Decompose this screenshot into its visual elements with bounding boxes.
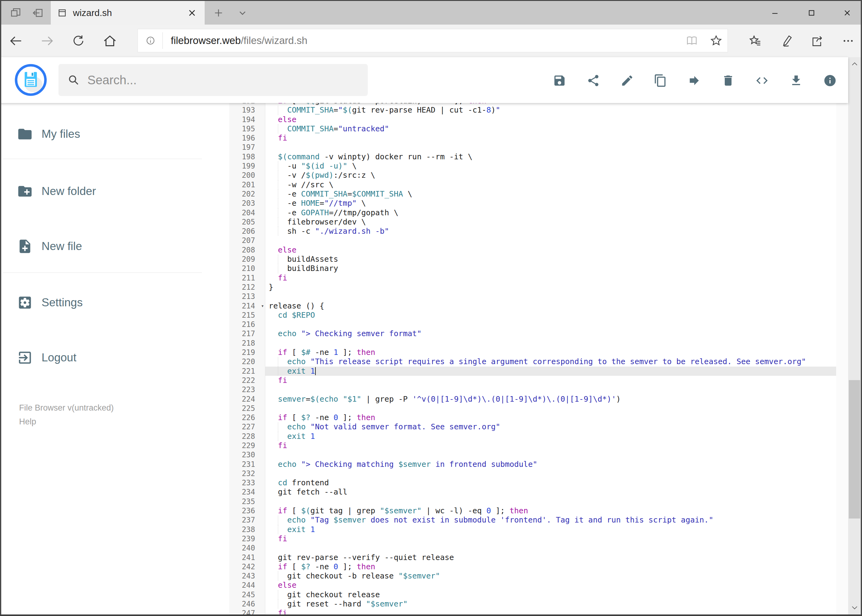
code-text[interactable]: else xyxy=(265,115,836,124)
web-note-button[interactable] xyxy=(776,25,797,57)
code-line[interactable]: 244 else xyxy=(229,581,836,590)
code-text[interactable]: exit 1 xyxy=(265,432,836,441)
code-line[interactable]: 223 xyxy=(229,385,836,394)
code-text[interactable]: echo "> Checking semver format" xyxy=(265,329,836,338)
code-line[interactable]: 221 exit 1 xyxy=(229,366,836,376)
code-line[interactable]: 220 echo "This release script requires a… xyxy=(229,357,836,366)
code-line[interactable]: 218 xyxy=(229,339,836,348)
line-number[interactable]: 223 xyxy=(229,385,265,394)
reading-view-icon[interactable] xyxy=(685,34,698,47)
line-number[interactable]: 242 xyxy=(229,562,265,571)
tab-menu-button[interactable] xyxy=(233,1,252,25)
line-number[interactable]: 212 xyxy=(229,283,265,292)
line-number[interactable]: 240 xyxy=(229,544,265,553)
line-number[interactable]: 215 xyxy=(229,311,265,320)
code-line[interactable]: 247 fi xyxy=(229,609,836,614)
code-line[interactable]: 224 semver=$(echo "$1" | grep -P '^v(0|[… xyxy=(229,394,836,404)
back-button[interactable] xyxy=(5,25,27,57)
code-text[interactable]: echo "This release script requires a sin… xyxy=(265,357,836,366)
code-text[interactable] xyxy=(265,404,836,413)
code-line[interactable]: 231 echo "> Checking matching $semver in… xyxy=(229,460,836,469)
line-number[interactable]: 243 xyxy=(229,571,265,581)
code-line[interactable]: 211 fi xyxy=(229,273,836,283)
source-code-button[interactable] xyxy=(755,74,769,87)
scroll-down-icon[interactable] xyxy=(848,601,861,614)
code-text[interactable]: fi xyxy=(265,273,836,283)
line-number[interactable]: 216 xyxy=(229,320,265,329)
code-line[interactable]: 240 xyxy=(229,544,836,553)
code-line[interactable]: 228 exit 1 xyxy=(229,432,836,441)
code-text[interactable] xyxy=(265,497,836,506)
forward-button[interactable] xyxy=(36,25,58,57)
line-number[interactable]: 245 xyxy=(229,590,265,599)
code-line[interactable]: 205 filebrowser/dev \ xyxy=(229,217,836,227)
edit-button[interactable] xyxy=(621,74,634,87)
code-line[interactable]: 242 if [ $? -ne 0 ]; then xyxy=(229,562,836,571)
code-line[interactable]: 237 echo "Tag $semver does not exist in … xyxy=(229,515,836,525)
code-line[interactable]: 200 -v /$(pwd):/src:z \ xyxy=(229,171,836,180)
code-text[interactable]: echo "Not valid semver format. See semve… xyxy=(265,422,836,432)
code-text[interactable]: cd $REPO xyxy=(265,311,836,320)
code-text[interactable]: buildBinary xyxy=(265,264,836,273)
line-number[interactable]: 208 xyxy=(229,245,265,255)
set-aside-tabs-button[interactable] xyxy=(30,1,46,25)
code-line[interactable]: 199 -u "$(id -u)" \ xyxy=(229,162,836,171)
code-line[interactable]: 225 xyxy=(229,404,836,413)
code-line[interactable]: 229 fi xyxy=(229,441,836,450)
help-link[interactable]: Help xyxy=(19,417,36,427)
code-line[interactable]: 238 exit 1 xyxy=(229,525,836,534)
line-number[interactable]: 222 xyxy=(229,376,265,385)
code-text[interactable]: COMMIT_SHA="untracked" xyxy=(265,124,836,134)
code-line[interactable]: 233 cd frontend xyxy=(229,478,836,487)
code-line[interactable]: 196 fi xyxy=(229,134,836,143)
code-line[interactable]: 214▾release () { xyxy=(229,302,836,311)
code-text[interactable]: if [ $# -ne 1 ]; then xyxy=(265,348,836,357)
address-bar[interactable]: filebrowser.web/files/wizard.sh xyxy=(137,29,728,52)
line-number[interactable]: 204 xyxy=(229,208,265,217)
code-text[interactable]: exit 1 xyxy=(265,525,836,534)
code-line[interactable]: 246 git reset --hard "$semver" xyxy=(229,599,836,609)
home-button[interactable] xyxy=(99,25,121,57)
line-number[interactable]: 221 xyxy=(229,366,265,376)
move-button[interactable] xyxy=(687,74,701,87)
line-number[interactable]: 238 xyxy=(229,525,265,534)
code-text[interactable]: echo "Tag $semver does not exist in subm… xyxy=(265,515,836,525)
code-text[interactable]: git checkout -b release "$semver" xyxy=(265,571,836,581)
code-text[interactable]: fi xyxy=(265,609,836,614)
code-line[interactable]: 213 xyxy=(229,292,836,301)
code-text[interactable]: -v /$(pwd):/src:z \ xyxy=(265,171,836,180)
line-number[interactable]: 199 xyxy=(229,162,265,171)
line-number[interactable]: 202 xyxy=(229,189,265,199)
sidebar-item-logout[interactable]: Logout xyxy=(0,341,216,375)
sidebar-item-new-folder[interactable]: New folder xyxy=(0,174,216,208)
code-line[interactable]: 243 git checkout -b release "$semver" xyxy=(229,571,836,581)
line-number[interactable]: 234 xyxy=(229,487,265,497)
code-text[interactable]: if [ $? -ne 0 ]; then xyxy=(265,562,836,571)
line-number[interactable]: 198 xyxy=(229,152,265,162)
code-line[interactable]: 208 else xyxy=(229,245,836,255)
code-text[interactable] xyxy=(265,236,836,245)
share-button-browser[interactable] xyxy=(807,25,828,57)
share-button[interactable] xyxy=(586,74,600,87)
code-text[interactable]: exit 1 xyxy=(265,366,836,376)
line-number[interactable]: 211 xyxy=(229,273,265,283)
code-text[interactable]: git reset --hard "$semver" xyxy=(265,599,836,609)
code-text[interactable] xyxy=(265,450,836,459)
code-line[interactable]: 216 xyxy=(229,320,836,329)
line-number[interactable]: 213 xyxy=(229,292,265,301)
code-line[interactable]: 203 -e HOME="//tmp" \ xyxy=(229,199,836,208)
code-text[interactable]: else xyxy=(265,245,836,255)
code-line[interactable]: 194 else xyxy=(229,115,836,124)
line-number[interactable]: 196 xyxy=(229,134,265,143)
hub-button[interactable] xyxy=(745,25,766,57)
code-line[interactable]: 202 -e COMMIT_SHA=$COMMIT_SHA \ xyxy=(229,189,836,199)
code-text[interactable]: if [ $? -ne 0 ]; then xyxy=(265,413,836,422)
code-line[interactable]: 201 -w //src \ xyxy=(229,180,836,189)
code-text[interactable]: -e GOPATH=//tmp/gopath \ xyxy=(265,208,836,217)
save-button[interactable] xyxy=(553,74,566,87)
code-line[interactable]: 245 git checkout release xyxy=(229,590,836,599)
maximize-button[interactable] xyxy=(797,1,826,25)
code-editor[interactable]: 192 if [ "$(git status --porcelain)" = "… xyxy=(229,103,848,614)
code-text[interactable] xyxy=(265,544,836,553)
line-number[interactable]: 192 xyxy=(229,103,265,105)
